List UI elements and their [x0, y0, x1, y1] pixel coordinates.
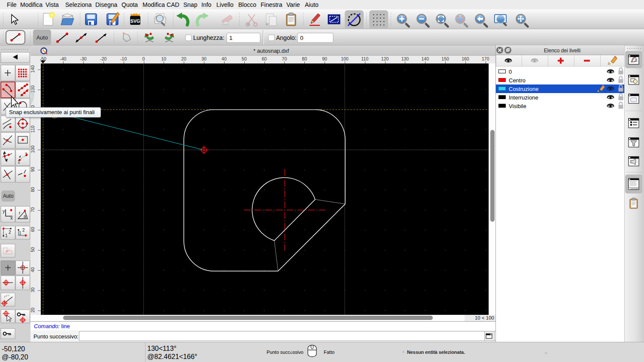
- svg-text:Auto: Auto: [36, 34, 48, 41]
- svg-text:SVG: SVG: [130, 18, 140, 24]
- svg-text:0: 0: [300, 35, 304, 41]
- svg-text:Lunghezza:: Lunghezza:: [193, 34, 224, 41]
- svg-text:1: 1: [229, 35, 233, 41]
- svg-text:+: +: [265, 21, 268, 27]
- svg-text:+: +: [246, 21, 249, 27]
- svg-text:Angolo:: Angolo:: [276, 34, 296, 41]
